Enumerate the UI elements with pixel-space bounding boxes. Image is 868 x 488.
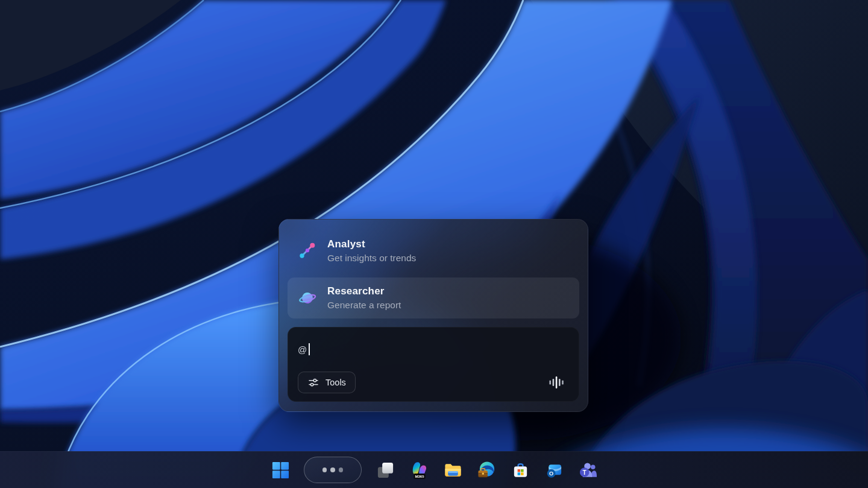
- agent-subtitle: Get insights or trends: [327, 253, 416, 264]
- voice-waveform-icon: [549, 375, 564, 390]
- agent-option-analyst[interactable]: Analyst Get insights or trends: [288, 229, 579, 273]
- voice-input-button[interactable]: [546, 372, 567, 393]
- teams-button[interactable]: T: [577, 457, 598, 483]
- prompt-input-card[interactable]: @ Tools: [288, 327, 579, 402]
- researcher-planet-icon: [298, 288, 317, 308]
- teams-letter: T: [582, 469, 587, 475]
- prompt-input-value: @: [298, 344, 307, 355]
- tools-button[interactable]: Tools: [298, 372, 356, 393]
- analyst-trend-icon: [298, 241, 317, 261]
- windows-logo-icon: [271, 461, 290, 480]
- copilot-composer-panel: Analyst Get insights or trends: [278, 219, 588, 412]
- loading-dot: [322, 467, 327, 472]
- outlook-button[interactable]: O: [544, 457, 564, 483]
- taskbar-center-icons: M365: [270, 457, 598, 483]
- edge-briefcase-icon: [477, 461, 496, 480]
- agent-title: Analyst: [327, 238, 416, 250]
- task-view-button[interactable]: [375, 457, 395, 483]
- edge-browser-button[interactable]: [476, 457, 497, 483]
- search-pill[interactable]: [304, 457, 362, 483]
- agent-option-researcher[interactable]: Researcher Generate a report: [288, 277, 579, 318]
- desktop: Analyst Get insights or trends: [0, 0, 868, 488]
- outlook-letter: O: [549, 471, 553, 477]
- m365-badge-label: M365: [415, 474, 424, 478]
- start-button[interactable]: [270, 457, 291, 483]
- teams-icon: T: [579, 461, 597, 480]
- prompt-input[interactable]: @: [298, 342, 569, 356]
- agent-title: Researcher: [327, 285, 401, 297]
- sliders-icon: [307, 376, 319, 388]
- text-caret: [309, 343, 310, 355]
- outlook-icon: O: [545, 461, 564, 480]
- microsoft-store-button[interactable]: [510, 457, 530, 483]
- agent-subtitle: Generate a report: [327, 300, 401, 311]
- taskbar: M365: [0, 451, 868, 488]
- file-explorer-button[interactable]: [442, 457, 463, 483]
- loading-dot: [330, 467, 335, 472]
- folder-icon: [444, 461, 462, 480]
- tools-button-label: Tools: [326, 378, 346, 387]
- m365-copilot-icon: M365: [410, 461, 429, 480]
- task-view-icon: [376, 461, 395, 480]
- loading-dot: [339, 467, 344, 472]
- m365-copilot-button[interactable]: M365: [409, 457, 429, 483]
- store-bag-icon: [511, 461, 530, 480]
